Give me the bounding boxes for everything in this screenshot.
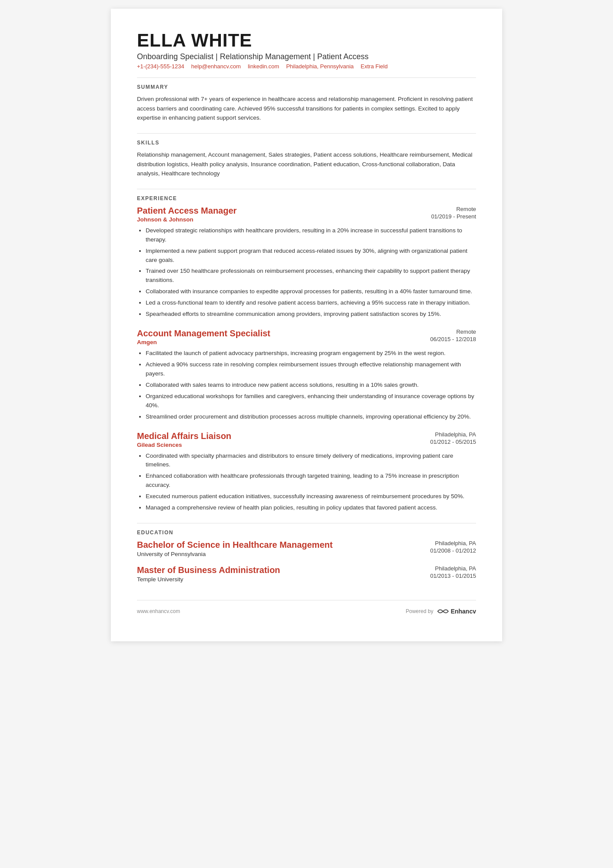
job1-location: Remote <box>411 206 476 212</box>
skills-section: SKILLS Relationship management, Account … <box>137 140 476 178</box>
summary-text: Driven professional with 7+ years of exp… <box>137 94 476 123</box>
job1-right: Remote 01/2019 - Present <box>411 206 476 220</box>
summary-divider <box>137 133 476 134</box>
powered-by-text: Powered by <box>406 608 433 614</box>
list-item: Collaborated with sales teams to introdu… <box>146 381 476 390</box>
edu1-header: Bachelor of Science in Healthcare Manage… <box>137 540 476 557</box>
edu-entry-1: Bachelor of Science in Healthcare Manage… <box>137 540 476 557</box>
job3-left: Medical Affairs Liaison Gilead Sciences <box>137 431 411 448</box>
contact-location: Philadelphia, Pennsylvania <box>286 63 353 70</box>
edu2-right: Philadelphia, PA 01/2013 - 01/2015 <box>411 565 476 579</box>
skills-divider <box>137 189 476 189</box>
enhancv-logo-icon <box>437 607 449 615</box>
list-item: Developed strategic relationships with h… <box>146 226 476 245</box>
edu1-dates: 01/2008 - 01/2012 <box>411 547 476 554</box>
footer-website: www.enhancv.com <box>137 608 180 614</box>
resume-container: ELLA WHITE Onboarding Specialist | Relat… <box>111 9 502 641</box>
candidate-title: Onboarding Specialist | Relationship Man… <box>137 52 476 61</box>
job3-title: Medical Affairs Liaison <box>137 431 411 441</box>
job3-header: Medical Affairs Liaison Gilead Sciences … <box>137 431 476 448</box>
job2-bullets: Facilitated the launch of patient advoca… <box>137 349 476 421</box>
job3-dates: 01/2012 - 05/2015 <box>411 439 476 445</box>
job2-header: Account Management Specialist Amgen Remo… <box>137 328 476 345</box>
job1-bullets: Developed strategic relationships with h… <box>137 226 476 319</box>
header: ELLA WHITE Onboarding Specialist | Relat… <box>137 30 476 70</box>
job3-right: Philadelphia, PA 01/2012 - 05/2015 <box>411 431 476 445</box>
header-divider <box>137 77 476 78</box>
job1-title: Patient Access Manager <box>137 206 411 216</box>
job1-dates: 01/2019 - Present <box>411 213 476 220</box>
list-item: Streamlined order procurement and distri… <box>146 412 476 422</box>
edu-entry-2: Master of Business Administration Temple… <box>137 565 476 583</box>
list-item: Spearheaded efforts to streamline commun… <box>146 310 476 319</box>
edu2-school: Temple University <box>137 576 411 583</box>
job3-location: Philadelphia, PA <box>411 431 476 438</box>
job2-location: Remote <box>411 328 476 335</box>
job-entry-3: Medical Affairs Liaison Gilead Sciences … <box>137 431 476 513</box>
list-item: Managed a comprehensive review of health… <box>146 503 476 513</box>
edu2-degree: Master of Business Administration <box>137 565 411 575</box>
job-entry-1: Patient Access Manager Johnson & Johnson… <box>137 206 476 319</box>
edu2-location: Philadelphia, PA <box>411 565 476 572</box>
skills-label: SKILLS <box>137 140 476 146</box>
job2-dates: 06/2015 - 12/2018 <box>411 336 476 342</box>
list-item: Organized educational workshops for fami… <box>146 392 476 410</box>
contact-row: +1-(234)-555-1234 help@enhancv.com linke… <box>137 63 476 70</box>
list-item: Achieved a 90% success rate in resolving… <box>146 360 476 379</box>
education-label: EDUCATION <box>137 530 476 536</box>
summary-label: SUMMARY <box>137 84 476 90</box>
contact-extra: Extra Field <box>361 63 388 70</box>
job2-title: Account Management Specialist <box>137 328 411 338</box>
edu1-degree: Bachelor of Science in Healthcare Manage… <box>137 540 411 550</box>
edu1-school: University of Pennsylvania <box>137 551 411 557</box>
experience-divider <box>137 523 476 523</box>
edu1-location: Philadelphia, PA <box>411 540 476 546</box>
footer: www.enhancv.com Powered by Enhancv <box>137 600 476 615</box>
job2-right: Remote 06/2015 - 12/2018 <box>411 328 476 342</box>
contact-email[interactable]: help@enhancv.com <box>191 63 241 70</box>
list-item: Trained over 150 healthcare professional… <box>146 267 476 285</box>
job2-left: Account Management Specialist Amgen <box>137 328 411 345</box>
job1-header: Patient Access Manager Johnson & Johnson… <box>137 206 476 223</box>
list-item: Implemented a new patient support progra… <box>146 247 476 265</box>
edu2-left: Master of Business Administration Temple… <box>137 565 411 583</box>
list-item: Facilitated the launch of patient advoca… <box>146 349 476 358</box>
list-item: Led a cross-functional team to identify … <box>146 298 476 308</box>
contact-linkedin[interactable]: linkedin.com <box>248 63 279 70</box>
footer-powered-by: Powered by Enhancv <box>406 607 476 615</box>
edu1-left: Bachelor of Science in Healthcare Manage… <box>137 540 411 557</box>
candidate-name: ELLA WHITE <box>137 30 476 50</box>
skills-text: Relationship management, Account managem… <box>137 150 476 178</box>
list-item: Collaborated with insurance companies to… <box>146 287 476 296</box>
job3-bullets: Coordinated with specialty pharmacies an… <box>137 452 476 513</box>
job-entry-2: Account Management Specialist Amgen Remo… <box>137 328 476 421</box>
education-section: EDUCATION Bachelor of Science in Healthc… <box>137 530 476 583</box>
job3-company: Gilead Sciences <box>137 442 411 448</box>
enhancv-logo: Enhancv <box>437 607 476 615</box>
edu2-dates: 01/2013 - 01/2015 <box>411 573 476 579</box>
list-item: Enhanced collaboration with healthcare p… <box>146 472 476 490</box>
job1-company: Johnson & Johnson <box>137 216 411 223</box>
job2-company: Amgen <box>137 339 411 345</box>
edu1-right: Philadelphia, PA 01/2008 - 01/2012 <box>411 540 476 554</box>
list-item: Executed numerous patient education init… <box>146 492 476 501</box>
job1-left: Patient Access Manager Johnson & Johnson <box>137 206 411 223</box>
summary-section: SUMMARY Driven professional with 7+ year… <box>137 84 476 123</box>
experience-section: EXPERIENCE Patient Access Manager Johnso… <box>137 195 476 513</box>
contact-phone[interactable]: +1-(234)-555-1234 <box>137 63 184 70</box>
experience-label: EXPERIENCE <box>137 195 476 201</box>
enhancv-brand-name: Enhancv <box>451 608 476 615</box>
list-item: Coordinated with specialty pharmacies an… <box>146 452 476 470</box>
edu2-header: Master of Business Administration Temple… <box>137 565 476 583</box>
